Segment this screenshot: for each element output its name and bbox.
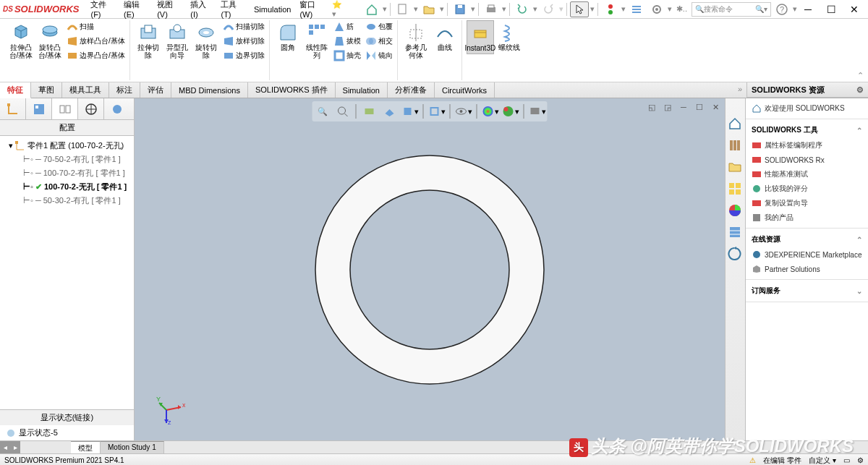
hole-wizard-button[interactable]: 异型孔向导	[163, 20, 191, 62]
status-gear-icon[interactable]: ⚙	[857, 456, 864, 464]
curves-button[interactable]: 曲线	[431, 20, 459, 61]
rebuild-icon[interactable]	[601, 1, 620, 17]
tab-scroll-left[interactable]: ◂	[0, 441, 10, 453]
menu-file[interactable]: 文件(F)	[86, 0, 119, 20]
dimxpert-tab[interactable]	[78, 98, 104, 119]
section-icon[interactable]	[361, 103, 378, 120]
config-item-2[interactable]: ⊢◦ ─ 100-70-2-有孔 [ 零件1 ]	[3, 166, 131, 180]
loft-cut-button[interactable]: 放样切除	[221, 35, 266, 48]
revolve-boss-button[interactable]: 旋转凸台/基体	[36, 20, 64, 62]
vp-max-icon[interactable]: ☐	[693, 101, 706, 113]
config-item-4[interactable]: ⊢◦ ─ 50-30-2-有孔 [ 零件1 ]	[3, 194, 131, 208]
menu-more-icon[interactable]: ⭐ ▾	[332, 0, 347, 19]
chevron-up-icon[interactable]: ⌃	[856, 236, 862, 244]
vp-min-icon[interactable]: ─	[677, 101, 690, 113]
help-icon[interactable]: ?	[773, 1, 791, 17]
select-icon[interactable]	[570, 1, 589, 17]
motion-study-tab[interactable]: Motion Study 1	[101, 441, 164, 453]
close-button[interactable]: ✕	[843, 1, 865, 17]
extrude-boss-button[interactable]: 拉伸凸台/基体	[7, 20, 35, 62]
vp-close-icon[interactable]: ✕	[709, 101, 722, 113]
gear-icon[interactable]: ⚙	[856, 85, 864, 95]
boundary-boss-button[interactable]: 边界凸台/基体	[65, 49, 127, 62]
ref-geom-button[interactable]: 参考几何体	[402, 20, 430, 61]
minimize-button[interactable]: ─	[797, 1, 819, 17]
boundary-cut-button[interactable]: 边界切除	[221, 49, 266, 62]
display-tab[interactable]	[104, 98, 130, 119]
status-custom[interactable]: 自定义 ▾	[809, 456, 836, 466]
feature-tree-tab[interactable]	[0, 98, 26, 119]
config-item-active[interactable]: ⊢◦ ✔ 100-70-2-无孔 [ 零件1 ]	[3, 180, 131, 194]
tool-benchmark[interactable]: 性能基准测试	[752, 167, 862, 182]
print-icon[interactable]	[482, 1, 501, 17]
tool-prop-tag[interactable]: 属性标签编制程序	[752, 138, 862, 153]
file-explorer-icon[interactable]	[726, 158, 744, 176]
home-icon[interactable]	[362, 1, 381, 17]
tab-mark[interactable]: 标注	[109, 82, 140, 98]
ribbon-collapse-icon[interactable]: ⌃	[857, 71, 864, 80]
appearance-task-icon[interactable]	[726, 201, 744, 220]
intersect-button[interactable]: 相交	[364, 35, 394, 48]
chevron-up-icon[interactable]: ⌃	[856, 127, 862, 135]
tab-addins[interactable]: SOLIDWORKS 插件	[248, 82, 336, 98]
settings-icon[interactable]	[647, 1, 666, 17]
custom-prop-icon[interactable]	[726, 223, 744, 242]
display-state-item[interactable]: 显示状态-5	[0, 425, 134, 440]
view-palette-icon[interactable]	[726, 179, 744, 198]
tool-rx[interactable]: SOLIDWORKS Rx	[752, 153, 862, 167]
zoom-area-icon[interactable]	[334, 103, 352, 120]
loft-boss-button[interactable]: 放样凸台/基体	[65, 35, 127, 48]
render-icon[interactable]: ▾	[529, 103, 546, 120]
menu-window[interactable]: 窗口(W)	[295, 0, 331, 20]
tool-my-products[interactable]: 我的产品	[752, 210, 862, 225]
vp-prev-icon[interactable]: ◱	[645, 101, 658, 113]
welcome-link[interactable]: 欢迎使用 SOLIDWORKS	[752, 101, 862, 116]
tab-feature[interactable]: 特征	[0, 82, 31, 98]
config-item-1[interactable]: ⊢◦ ─ 70-50-2-有孔 [ 零件1 ]	[3, 153, 131, 166]
undo-icon[interactable]	[513, 1, 532, 17]
chevron-down-icon[interactable]: ⌄	[856, 287, 862, 295]
menu-tools[interactable]: 工具(T)	[216, 0, 250, 20]
online-partner[interactable]: Partner Solutions	[752, 262, 862, 276]
hide-show-icon[interactable]: ▾	[428, 103, 446, 120]
view-orient-icon[interactable]	[381, 103, 399, 120]
fillet-button[interactable]: 圆角	[274, 20, 302, 62]
save-icon[interactable]	[451, 1, 469, 17]
zoom-fit-icon[interactable]: 🔍	[314, 103, 331, 120]
property-tab[interactable]	[26, 98, 52, 119]
menu-view[interactable]: 视图(V)	[153, 0, 186, 20]
tool-copy-settings[interactable]: 复制设置向导	[752, 196, 862, 210]
menu-edit[interactable]: 编辑(E)	[119, 0, 153, 20]
thread-button[interactable]: 螺纹线	[495, 20, 523, 54]
maximize-button[interactable]: ☐	[820, 1, 842, 17]
tree-root[interactable]: ▾ 零件1 配置 (100-70-2-无孔)	[3, 139, 131, 153]
shell-button[interactable]: 抽壳	[332, 49, 362, 62]
status-unit-icon[interactable]: ▭	[843, 456, 850, 464]
instant3d-button[interactable]: Instant3D	[467, 20, 494, 54]
draft-button[interactable]: 拔模	[332, 35, 362, 48]
wrap-button[interactable]: 包覆	[364, 20, 394, 33]
tab-sketch[interactable]: 草图	[31, 82, 62, 98]
tool-compare[interactable]: 比较我的评分	[752, 182, 862, 196]
mirror-button[interactable]: 镜向	[364, 49, 394, 62]
sweep-button[interactable]: 扫描	[65, 20, 127, 33]
search-input[interactable]: 🔍 搜索命令🔍▾	[692, 2, 771, 17]
online-marketplace[interactable]: 3DEXPERIENCE Marketplace	[752, 247, 862, 262]
library-icon[interactable]	[726, 136, 744, 155]
forum-icon[interactable]	[726, 244, 744, 263]
menu-simulation[interactable]: Simulation	[250, 4, 295, 15]
warning-icon[interactable]: ⚠	[749, 456, 756, 464]
tab-mold[interactable]: 模具工具	[62, 82, 109, 98]
model-tab[interactable]: 模型	[71, 441, 101, 453]
eye-icon[interactable]: ▾	[455, 103, 472, 120]
config-tab[interactable]	[52, 98, 78, 119]
graphics-viewport[interactable]: 🔍 ▾ ▾ ▾ ▾ ▾ ▾ ◱ ◲ ─ ☐ ✕ x	[135, 98, 725, 440]
tab-scroll-right[interactable]: ▸	[10, 441, 20, 453]
new-icon[interactable]	[393, 1, 412, 17]
options-icon[interactable]	[627, 1, 646, 17]
sweep-cut-button[interactable]: 扫描切除	[221, 20, 266, 33]
open-icon[interactable]	[420, 1, 438, 17]
tab-circuit[interactable]: CircuitWorks	[435, 82, 495, 98]
redo-icon[interactable]	[539, 1, 558, 17]
home-task-icon[interactable]	[726, 114, 744, 133]
